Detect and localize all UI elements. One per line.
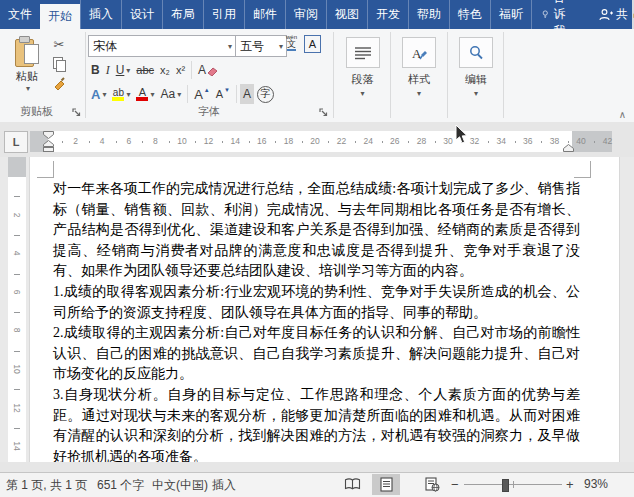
subscript-button[interactable]: x₂ [157, 60, 173, 80]
zoom-in-button[interactable]: + [566, 477, 574, 492]
format-painter-icon[interactable] [52, 76, 66, 90]
font-size-value: 五号 [240, 38, 264, 55]
tab-developer[interactable]: 开发 [367, 0, 408, 29]
first-line-indent-marker[interactable] [43, 131, 54, 139]
bold-button[interactable]: B [88, 60, 103, 80]
tab-features[interactable]: 特色 [449, 0, 490, 29]
h-ruler-number: 32 [468, 136, 482, 146]
status-bar: 第 1 页, 共 1 页 651 个字 中文(中国) 插入 − + 93% [0, 472, 634, 497]
character-border-button[interactable]: A [304, 35, 321, 53]
tab-review[interactable]: 审阅 [285, 0, 326, 29]
tab-design[interactable]: 设计 [121, 0, 162, 29]
print-layout-button[interactable] [372, 474, 400, 495]
enclose-characters-button[interactable]: 字 [254, 84, 277, 104]
paragraph[interactable]: 对一年来各项工作的完成情况进行总结，全面总结成绩:各项计划完成了多少、销售指标（… [53, 179, 580, 282]
page-info[interactable]: 第 1 页, 共 1 页 [6, 477, 87, 494]
underline-caret: ▾ [126, 66, 130, 75]
paragraph-group-button[interactable]: 段落 ▾ [336, 29, 389, 122]
print-layout-icon [380, 477, 393, 492]
read-mode-button[interactable] [338, 474, 366, 495]
h-ruler-number: 22 [335, 136, 349, 146]
paragraph[interactable]: 1.成绩的取得客观因素分析:行业宏观环境的势利性、竞争对手失误所造成的机会、公司… [53, 282, 580, 323]
h-ruler-tick [382, 141, 383, 143]
zoom-level[interactable]: 93% [584, 477, 608, 491]
insert-mode-indicator[interactable]: 插入 [212, 477, 236, 494]
button-separator [236, 85, 237, 103]
eraser-icon [206, 64, 218, 76]
page[interactable]: 对一年来各项工作的完成情况进行总结，全面总结成绩:各项计划完成了多少、销售指标（… [29, 157, 620, 462]
v-ruler-tick [14, 274, 20, 275]
tab-foxit[interactable]: 福昕 [490, 0, 531, 29]
underline-button[interactable]: U▾ [113, 60, 134, 80]
paste-button[interactable]: 粘贴 ▾ [8, 36, 46, 93]
web-layout-button[interactable] [418, 474, 446, 495]
h-ruler-tick [328, 141, 329, 143]
font-size-combo[interactable]: 五号 ▾ [235, 35, 287, 57]
tab-references[interactable]: 引用 [203, 0, 244, 29]
h-ruler-tick [594, 141, 595, 143]
tab-help[interactable]: 帮助 [408, 0, 449, 29]
copy-icon[interactable] [53, 57, 66, 71]
superscript-button[interactable]: x² [173, 60, 188, 80]
font-name-combo[interactable]: 宋体 ▾ [88, 35, 236, 57]
font-color-bar [136, 97, 148, 101]
horizontal-ruler[interactable]: 24681012141618202224262830323436384042 [30, 131, 612, 152]
character-border-letter: A [309, 38, 316, 50]
italic-button[interactable]: I [103, 60, 113, 80]
font-row-3: A▾ ab▾ A▾ Aa▾ A▲ A▼ A 字 [88, 84, 277, 104]
tab-home[interactable]: 开始 [40, 4, 80, 29]
share-button[interactable]: 共 [585, 0, 632, 29]
font-color-button[interactable]: A▾ [133, 84, 157, 104]
zoom-out-button[interactable]: − [451, 477, 459, 492]
paragraph[interactable]: 2.成绩取得的主观因素分析:自己对年度目标任务的认识和分解、自己对市场的前瞻性认… [53, 323, 580, 385]
tab-layout[interactable]: 布局 [162, 0, 203, 29]
h-ruler-number: 36 [521, 136, 535, 146]
h-ruler-tick [169, 141, 170, 143]
paste-dropdown-caret[interactable]: ▾ [10, 84, 46, 93]
highlight-button[interactable]: ab▾ [109, 84, 133, 104]
clipboard-group-label: 剪贴板 [0, 104, 73, 119]
phonetic-guide-button[interactable]: wén 文 [286, 34, 297, 51]
styles-group-label: 样式 [393, 72, 445, 87]
word-count[interactable]: 651 个字 [97, 477, 144, 494]
styles-group-button[interactable]: A 样式 ▾ [393, 29, 445, 122]
tab-view[interactable]: 视图 [326, 0, 367, 29]
text-effects-button[interactable]: A▾ [88, 84, 109, 104]
h-ruler-number: 34 [494, 136, 508, 146]
character-shading-button[interactable]: A [240, 84, 254, 104]
shrink-font-button[interactable]: A▼ [213, 84, 233, 104]
collapse-ribbon-button[interactable]: ∧ [619, 109, 626, 120]
h-ruler-tick [142, 141, 143, 143]
h-ruler-number: 20 [308, 136, 322, 146]
left-indent-marker[interactable] [43, 147, 54, 152]
document-text[interactable]: 对一年来各项工作的完成情况进行总结，全面总结成绩:各项计划完成了多少、销售指标（… [53, 179, 580, 462]
change-case-button[interactable]: Aa▾ [157, 84, 184, 104]
clipboard-group: 粘贴 ▾ ✂ 剪贴板 [0, 29, 85, 122]
tab-mailings[interactable]: 邮件 [244, 0, 285, 29]
tab-file[interactable]: 文件 [0, 0, 40, 29]
tab-insert[interactable]: 插入 [80, 0, 121, 29]
grow-font-letter: A [194, 87, 203, 102]
titlebar-right: 告诉我 共 ▸ [531, 0, 634, 29]
editing-group-button[interactable]: 编辑 ▾ [450, 29, 502, 122]
vertical-ruler[interactable]: 246810121416 [8, 157, 26, 462]
font-dialog-launcher-icon[interactable] [319, 108, 329, 118]
right-indent-marker[interactable] [563, 144, 574, 152]
zoom-slider-thumb[interactable] [502, 479, 509, 492]
grow-font-button[interactable]: A▲ [191, 84, 213, 104]
v-ruler-tick [14, 235, 20, 236]
clear-formatting-button[interactable]: A [195, 60, 221, 80]
ribbon-tabs: 文件开始插入设计布局引用邮件审阅视图开发帮助特色福昕 [0, 0, 531, 29]
paragraph[interactable]: 3.自身现状分析。自身的目标与定位、工作思路和理念、个人素质方面的优势与差距。通… [53, 385, 580, 462]
cut-icon[interactable]: ✂ [54, 37, 65, 52]
hanging-indent-marker[interactable] [43, 140, 54, 147]
underline-letter: U [116, 63, 125, 77]
language-indicator[interactable]: 中文(中国) [152, 477, 208, 494]
strikethrough-button[interactable]: abc [133, 60, 157, 80]
paragraph-lines-icon [354, 46, 372, 60]
styles-brush-icon: A [410, 45, 428, 61]
tab-selector[interactable]: L [4, 131, 28, 153]
shrink-font-marker: ▼ [224, 87, 230, 93]
clipboard-dialog-launcher-icon[interactable] [72, 108, 82, 118]
tell-me-button[interactable]: 告诉我 [531, 0, 585, 29]
